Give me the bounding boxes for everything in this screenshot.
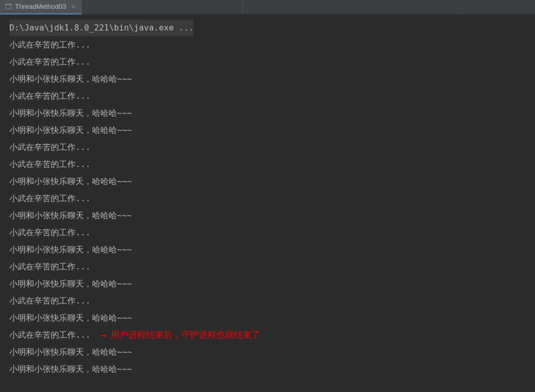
tab-label: ThreadMethod03 xyxy=(15,3,66,10)
tab-divider xyxy=(242,2,243,12)
console-line: 小明和小张快乐聊天，哈哈哈~~~ xyxy=(9,122,535,139)
console-line: 小明和小张快乐聊天，哈哈哈~~~ xyxy=(9,241,535,258)
close-icon[interactable]: × xyxy=(70,3,77,11)
arrow-icon: → xyxy=(101,326,107,343)
console-line: 小明和小张快乐聊天，哈哈哈~~~ xyxy=(9,360,535,378)
command-line: D:\Java\jdk1.8.0_221\bin\java.exe ... xyxy=(9,20,194,36)
console-line: 小明和小张快乐聊天，哈哈哈~~~ xyxy=(9,207,535,224)
console-line: 小明和小张快乐聊天，哈哈哈~~~ xyxy=(9,173,535,190)
run-icon xyxy=(5,3,12,10)
console-line: 小武在辛苦的工作... xyxy=(9,36,535,53)
tab-threadmethod03[interactable]: ThreadMethod03 × xyxy=(0,0,82,14)
console-line: 小明和小张快乐聊天，哈哈哈~~~ xyxy=(9,275,535,292)
console-line: 小武在辛苦的工作... xyxy=(9,190,535,207)
console-line: 小武在辛苦的工作... xyxy=(9,258,535,275)
console-line: 小武在辛苦的工作... xyxy=(9,87,535,104)
tab-right: : xyxy=(455,3,535,11)
svg-rect-1 xyxy=(6,4,11,5)
console-output: D:\Java\jdk1.8.0_221\bin\java.exe ... 小武… xyxy=(0,14,535,378)
console-line: 小武在辛苦的工作... xyxy=(9,53,535,70)
annotation-text: 用户进程结束后，守护进程也就结束了 xyxy=(111,326,260,343)
command-line-wrapper: D:\Java\jdk1.8.0_221\bin\java.exe ... xyxy=(9,20,535,36)
console-line: 小明和小张快乐聊天，哈哈哈~~~ xyxy=(9,70,535,87)
tab-bar: ThreadMethod03 × : xyxy=(0,0,535,14)
console-line: 小明和小张快乐聊天，哈哈哈~~~ xyxy=(9,104,535,122)
console-text: 小武在辛苦的工作... xyxy=(9,326,91,343)
console-line: 小武在辛苦的工作... xyxy=(9,139,535,156)
console-line: 小武在辛苦的工作... xyxy=(9,292,535,309)
console-line: 小武在辛苦的工作... xyxy=(9,224,535,241)
console-line: 小明和小张快乐聊天，哈哈哈~~~ xyxy=(9,343,535,360)
console-lines: 小武在辛苦的工作...小武在辛苦的工作...小明和小张快乐聊天，哈哈哈~~~小武… xyxy=(9,36,535,378)
annotation: →用户进程结束后，守护进程也就结束了 xyxy=(101,326,260,343)
console-line: 小武在辛苦的工作... xyxy=(9,156,535,173)
console-line: 小明和小张快乐聊天，哈哈哈~~~ xyxy=(9,309,535,326)
console-line: 小武在辛苦的工作...→用户进程结束后，守护进程也就结束了 xyxy=(9,326,535,343)
